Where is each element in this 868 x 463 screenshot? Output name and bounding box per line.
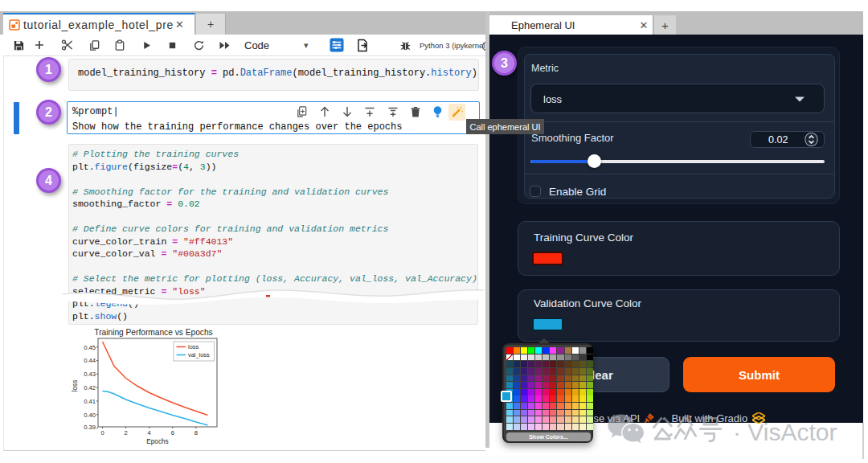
- svg-text:0.43: 0.43: [84, 371, 96, 378]
- svg-text:4: 4: [148, 429, 151, 436]
- svg-text:0.42: 0.42: [84, 384, 96, 391]
- svg-text:· VisActor: · VisActor: [733, 419, 837, 445]
- svg-text:0: 0: [100, 429, 104, 436]
- svg-text:2: 2: [124, 429, 127, 436]
- svg-text:0.39: 0.39: [84, 424, 96, 431]
- svg-text:8: 8: [194, 429, 198, 436]
- svg-text:0.40: 0.40: [84, 412, 96, 419]
- svg-text:loss: loss: [188, 343, 199, 350]
- svg-text:0.45: 0.45: [84, 344, 96, 351]
- svg-text:0.44: 0.44: [84, 357, 96, 364]
- svg-text:Epochs: Epochs: [146, 438, 168, 445]
- svg-text:6: 6: [171, 429, 174, 436]
- svg-text:val_loss: val_loss: [188, 351, 210, 359]
- svg-text:Training Performance vs Epochs: Training Performance vs Epochs: [94, 328, 212, 337]
- svg-text:0.41: 0.41: [84, 398, 96, 405]
- svg-text:loss: loss: [72, 380, 79, 392]
